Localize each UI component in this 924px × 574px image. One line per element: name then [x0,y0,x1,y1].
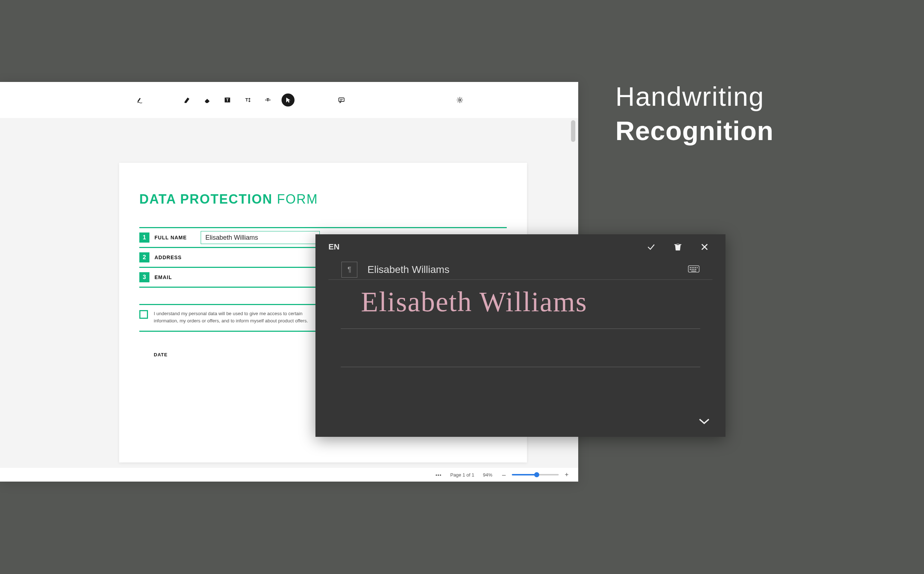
svg-rect-10 [690,267,691,268]
svg-rect-13 [695,267,696,268]
svg-text:T: T [226,98,229,102]
zoom-in-button[interactable]: + [564,471,570,479]
handwriting-panel: EN ¶ Elisabeth Williams Elisabeth Willia… [315,234,726,437]
strikethrough-icon: T [264,96,271,104]
delete-button[interactable] [670,239,686,255]
trash-icon [673,242,683,252]
recognition-result-row: ¶ Elisabeth Williams [329,260,713,280]
svg-rect-11 [691,267,693,268]
field-label: EMAIL [154,274,198,280]
zoom-out-button[interactable]: – [501,471,507,479]
text-height-icon: T [244,96,251,104]
pen-icon [136,96,144,104]
field-number: 2 [139,252,150,262]
language-selector[interactable]: EN [329,242,340,252]
eraser-tool-button[interactable] [201,93,214,107]
close-panel-button[interactable] [697,239,713,255]
svg-rect-12 [693,267,694,268]
svg-rect-19 [691,271,696,271]
comment-icon [338,96,345,104]
zoom-control: – + [501,471,570,479]
zoom-level: 94% [483,472,492,478]
feature-title: Handwriting Recognition [615,81,774,146]
more-button[interactable]: ••• [436,472,442,478]
toolbar: T T T [0,82,578,118]
svg-rect-18 [695,269,696,270]
svg-rect-5 [339,98,344,101]
highlighter-tool-button[interactable] [181,93,194,107]
document-title-light: FORM [277,192,318,207]
svg-point-8 [459,99,461,101]
page-indicator: Page 1 of 1 [450,472,474,478]
document-title-bold: DATA PROTECTION [139,192,272,207]
strikethrough-tool-button[interactable]: T [261,93,274,107]
consent-checkbox[interactable] [139,310,148,319]
textbox-tool-button[interactable]: T [221,93,234,107]
field-label: ADDRESS [154,254,198,260]
scrollbar-thumb[interactable] [571,120,575,142]
pen-tool-button[interactable] [134,93,146,107]
highlighter-icon [183,96,190,104]
feature-title-line2: Recognition [615,115,774,146]
pointer-icon [285,96,292,104]
keyboard-icon [688,265,699,273]
settings-button[interactable] [453,93,466,107]
status-bar: ••• Page 1 of 1 94% – + [0,468,578,482]
svg-rect-17 [693,269,694,270]
field-number: 1 [139,232,150,243]
svg-rect-16 [691,269,693,270]
expand-panel-button[interactable] [698,417,710,427]
zoom-slider[interactable] [512,474,559,475]
handwriting-input-area[interactable]: Elisabeth Williams [315,280,726,367]
feature-title-line1: Handwriting [615,81,774,112]
textbox-icon: T [224,96,231,104]
consent-text: I understand my personal data will be us… [154,310,313,324]
document-title: DATA PROTECTION FORM [139,192,507,207]
field-number: 3 [139,272,150,282]
gear-icon [456,96,463,104]
svg-rect-15 [690,269,691,270]
text-height-tool-button[interactable]: T [241,93,254,107]
handwriting-line-1[interactable]: Elisabeth Williams [341,291,700,329]
handwriting-panel-header: EN [315,234,726,260]
keyboard-button[interactable] [688,265,699,275]
comment-tool-button[interactable] [335,93,348,107]
fullname-input[interactable] [201,231,320,244]
confirm-button[interactable] [643,239,659,255]
handwriting-line-2[interactable] [341,329,700,367]
close-icon [700,242,709,252]
paragraph-mark[interactable]: ¶ [342,262,357,278]
zoom-slider-thumb[interactable] [534,472,539,477]
pointer-tool-button[interactable] [282,93,294,107]
handwriting-ink: Elisabeth Williams [361,285,587,318]
svg-rect-14 [697,267,698,268]
recognized-text[interactable]: Elisabeth Williams [367,264,688,276]
chevron-down-icon [698,417,710,425]
check-icon [647,242,656,252]
svg-text:T: T [246,98,248,102]
field-label: FULL NAME [154,235,198,240]
eraser-icon [203,96,211,104]
